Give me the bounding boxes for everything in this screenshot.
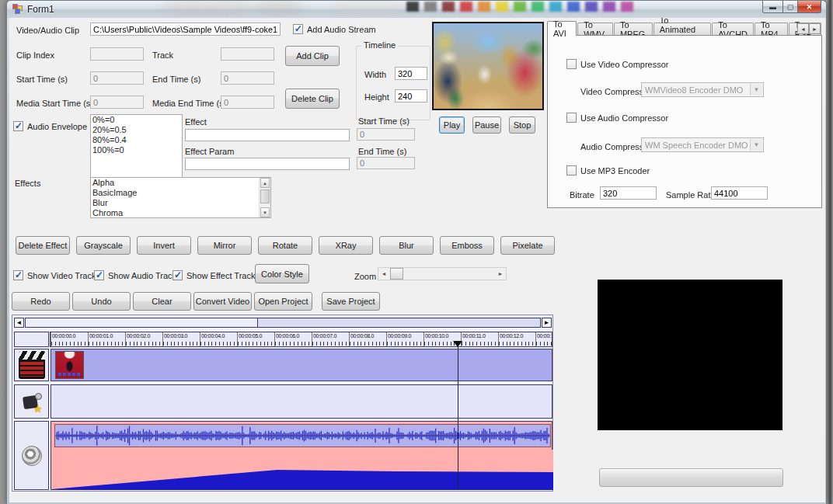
emboss-button[interactable]: Emboss: [440, 236, 494, 255]
show-audio-track-checkbox[interactable]: Show Audio Track: [94, 270, 176, 280]
effect-item-alpha[interactable]: Alpha: [91, 178, 259, 188]
pause-button[interactable]: Pause: [472, 116, 501, 134]
use-mp3-encoder-checkbox[interactable]: Use MP3 Encoder: [566, 165, 650, 176]
bitrate-input[interactable]: [600, 186, 657, 200]
video-compressor-combo[interactable]: WMVideo8 Encoder DMO ▼: [641, 82, 764, 97]
envelope-points-listbox[interactable]: 0%=020%=0.580%=0.4100%=0: [90, 114, 183, 178]
zoom-thumb[interactable]: [390, 268, 403, 280]
timeline-scrollbar-thumb[interactable]: [25, 318, 258, 328]
use-audio-compressor-checkbox[interactable]: Use Audio Compressor: [566, 113, 668, 123]
use-audio-compressor-label: Use Audio Compressor: [580, 113, 668, 123]
clip-index-input[interactable]: [90, 47, 144, 61]
timeline-panel: ◄ ► 00:00:00.000:00:01.000:00:02.000:00:…: [12, 315, 553, 492]
blur-button[interactable]: Blur: [379, 236, 434, 255]
envelope-point-0-0[interactable]: 0%=0: [91, 115, 182, 125]
height-input[interactable]: [395, 89, 427, 103]
end-time-input[interactable]: [221, 71, 274, 85]
video-audio-clip-label: Video/Audio Clip: [16, 26, 79, 35]
preview-start-time-input[interactable]: [357, 128, 415, 141]
tab-to-mp4[interactable]: To MP4: [755, 23, 788, 36]
sample-rate-input[interactable]: [711, 186, 768, 200]
show-audio-track-label: Show Audio Track: [108, 271, 176, 280]
xray-button[interactable]: XRay: [319, 236, 373, 255]
add-audio-stream-checkbox[interactable]: Add Audio Stream: [293, 24, 376, 34]
video-track-lane[interactable]: [51, 349, 552, 381]
clip-path-input[interactable]: [90, 23, 281, 36]
ruler-header-cell: [14, 332, 49, 347]
preview-end-time-input[interactable]: [357, 157, 415, 169]
grayscale-button[interactable]: Grayscale: [76, 236, 131, 255]
show-effect-track-checkbox[interactable]: Show Effect Track: [173, 270, 255, 280]
timeline-scroll-left-icon[interactable]: ◄: [14, 318, 24, 328]
effect-item-chroma[interactable]: Chroma: [91, 208, 259, 218]
delete-effect-button[interactable]: Delete Effect: [16, 236, 70, 255]
effects-listbox[interactable]: AlphaBasicImageBlurChromaConvolution ▲ ▼: [90, 177, 271, 218]
envelope-point-80-0-4[interactable]: 80%=0.4: [91, 135, 182, 145]
mirror-button[interactable]: Mirror: [197, 236, 252, 255]
audio-track-lane[interactable]: [51, 421, 552, 490]
color-style-button[interactable]: Color Style: [255, 264, 309, 283]
minimize-button[interactable]: ▬: [762, 1, 783, 13]
media-end-time-input[interactable]: [221, 96, 274, 109]
effect-param-input[interactable]: [185, 158, 350, 170]
zoom-scrollbar[interactable]: ◄ ►: [378, 267, 507, 280]
effects-scrollbar[interactable]: ▲ ▼: [259, 178, 270, 217]
close-button[interactable]: ✕: [797, 1, 821, 13]
tab-to-avi[interactable]: To AVI: [547, 21, 577, 36]
tab-scroll-left-icon[interactable]: ◄: [797, 23, 809, 34]
tab-scroll-right-icon[interactable]: ►: [809, 23, 821, 34]
open-project-button[interactable]: Open Project: [254, 292, 312, 311]
tab-to-animated-gif[interactable]: To Animated GIF: [654, 23, 712, 36]
width-input[interactable]: [395, 67, 427, 80]
playhead-marker[interactable]: [453, 341, 462, 347]
invert-button[interactable]: Invert: [137, 236, 191, 255]
tab-to-wmv[interactable]: To WMV: [577, 23, 613, 36]
timeline-ruler[interactable]: 00:00:00.000:00:01.000:00:02.000:00:03.0…: [50, 332, 552, 347]
show-video-track-checkbox[interactable]: Show Video Track: [13, 270, 96, 280]
rotate-button[interactable]: Rotate: [258, 236, 312, 255]
desktop-edge: [826, 0, 833, 504]
stop-button[interactable]: Stop: [509, 116, 535, 134]
ruler-mark-00-00-11-0: 00:00:11.0: [461, 332, 498, 346]
effect-param-label: Effect Param: [185, 147, 234, 156]
scrollbar-thumb[interactable]: [260, 189, 270, 203]
timeline-scroll-right-icon[interactable]: ►: [542, 318, 552, 328]
titlebar[interactable]: Form1 ▬ ▢ ✕: [7, 1, 826, 18]
movie-camera-icon: ★: [20, 390, 44, 413]
audio-compressor-combo[interactable]: WM Speech Encoder DMO ▼: [641, 137, 764, 152]
use-video-compressor-checkbox[interactable]: Use Video Compressor: [566, 59, 669, 69]
effect-track-lane[interactable]: [51, 384, 552, 419]
undo-button[interactable]: Undo: [72, 292, 131, 311]
checkbox-glyph: [173, 270, 183, 280]
clear-button[interactable]: Clear: [133, 292, 191, 311]
video-clip-thumbnail[interactable]: [55, 351, 84, 379]
scroll-up-icon[interactable]: ▲: [260, 178, 270, 188]
zoom-right-arrow-icon[interactable]: ►: [495, 269, 506, 279]
tab-to-mpeg[interactable]: To MPEG: [614, 23, 653, 36]
track-input[interactable]: [221, 47, 274, 61]
media-start-time-label: Media Start Time (s): [16, 99, 93, 108]
scroll-down-icon[interactable]: ▼: [260, 207, 270, 217]
redo-button[interactable]: Redo: [12, 292, 70, 311]
convert-video-button[interactable]: Convert Video: [193, 292, 252, 311]
add-clip-button[interactable]: Add Clip: [285, 46, 340, 66]
save-project-button[interactable]: Save Project: [322, 292, 380, 311]
audio-envelope-checkbox[interactable]: Audio Envelope: [13, 121, 87, 131]
maximize-button[interactable]: ▢: [783, 1, 797, 13]
play-button[interactable]: Play: [439, 116, 465, 134]
start-time-input[interactable]: [90, 71, 144, 85]
action-buttons-row: RedoUndoClearConvert VideoOpen ProjectSa…: [12, 292, 380, 311]
pixelate-button[interactable]: Pixelate: [500, 236, 555, 255]
envelope-point-20-0-5[interactable]: 20%=0.5: [91, 125, 182, 135]
delete-clip-button[interactable]: Delete Clip: [285, 89, 340, 109]
clapperboard-icon: [19, 351, 45, 379]
effect-item-basicimage[interactable]: BasicImage: [91, 188, 259, 198]
playhead-line[interactable]: [458, 347, 458, 490]
effect-input[interactable]: [185, 129, 350, 141]
tab-to-avchd[interactable]: To AVCHD: [712, 23, 754, 36]
ruler-mark-00-00-04-0: 00:00:04.0: [200, 332, 237, 346]
media-start-time-input[interactable]: [90, 96, 144, 109]
envelope-point-100-0[interactable]: 100%=0: [91, 145, 182, 155]
effect-item-blur[interactable]: Blur: [91, 198, 259, 208]
zoom-left-arrow-icon[interactable]: ◄: [378, 269, 389, 279]
